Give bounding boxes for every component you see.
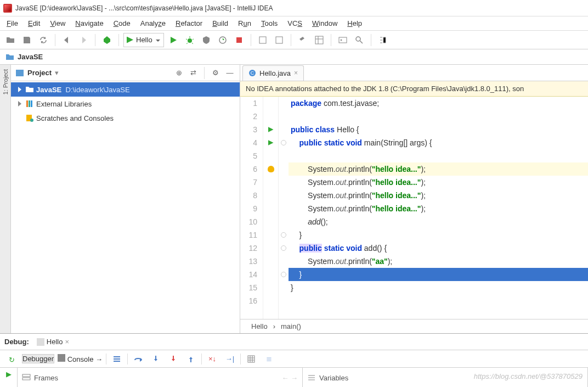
intention-bulb-icon[interactable] (263, 162, 278, 176)
update-button[interactable] (256, 33, 270, 47)
menu-refactor[interactable]: Refactor (171, 18, 207, 29)
run-anything-button[interactable] (336, 33, 350, 47)
menu-run[interactable]: Run (234, 18, 256, 29)
settings-gear-icon[interactable]: ⚙ (210, 68, 221, 78)
code-content[interactable]: package com.test.javase; public class He… (289, 97, 588, 319)
expand-button[interactable]: ⇄ (188, 68, 199, 78)
debug-toolbar: ↻ Debugger Console → ×↓ →| ≣ (0, 350, 588, 368)
menu-code[interactable]: Code (109, 18, 135, 29)
show-execution-button[interactable] (110, 352, 124, 366)
menu-window[interactable]: Window (308, 18, 342, 29)
library-icon (25, 99, 34, 108)
save-button[interactable] (20, 33, 34, 47)
code-editor[interactable]: 12345678910111213141516 (240, 97, 588, 319)
menu-view[interactable]: View (46, 18, 70, 29)
step-into-button[interactable] (149, 352, 163, 366)
search-button[interactable] (352, 33, 366, 47)
open-button[interactable] (3, 33, 18, 47)
resume-button[interactable]: ▶ (6, 370, 12, 378)
run-config-select[interactable]: Hello (123, 33, 164, 47)
stop-button[interactable] (232, 33, 246, 47)
frames-icon (22, 373, 31, 382)
crumb-method[interactable]: main() (281, 322, 301, 330)
force-step-into-button[interactable] (166, 352, 180, 366)
module-folder-icon (25, 85, 34, 94)
console-tab[interactable]: Console → (58, 354, 103, 363)
trace-button[interactable]: ≣ (262, 352, 276, 366)
svg-rect-5 (315, 36, 323, 44)
svg-rect-2 (236, 37, 242, 43)
svg-rect-11 (31, 100, 32, 107)
close-tab-button[interactable]: × (294, 69, 298, 77)
rerun-button[interactable]: ↻ (4, 353, 19, 367)
debug-side-buttons: ▶ (0, 368, 18, 387)
watermark: https://blog.csdn.net/@537870529 (474, 372, 583, 380)
project-tree[interactable]: JavaSE D:\ideawork\JavaSE External Libra… (11, 81, 240, 333)
menu-vcs[interactable]: VCS (283, 18, 307, 29)
svg-rect-16 (37, 338, 44, 346)
project-panel-header: Project ▾ ⊕ ⇄ ⚙ — (11, 65, 240, 81)
debug-run-tab[interactable]: Hello × (33, 336, 72, 347)
structure-button[interactable] (312, 33, 326, 47)
menu-build[interactable]: Build (208, 18, 233, 29)
tree-node-external-libs[interactable]: External Libraries (11, 97, 240, 111)
window-title: JavaSE [D:\ideawork\JavaSE] - ...\src\co… (15, 4, 273, 12)
step-out-button[interactable] (184, 352, 198, 366)
fold-marker[interactable] (279, 242, 289, 255)
editor-breadcrumb: Hello › main() (240, 319, 588, 333)
svg-rect-6 (339, 37, 347, 43)
svg-rect-9 (26, 100, 28, 107)
run-class-gutter-icon[interactable] (263, 123, 278, 136)
settings-button[interactable] (296, 33, 310, 47)
sync-button[interactable] (36, 33, 50, 47)
intellij-logo-icon (3, 4, 12, 13)
menu-tools[interactable]: Tools (257, 18, 282, 29)
run-to-cursor-button[interactable]: →| (223, 352, 237, 366)
frames-panel[interactable]: Frames ← → (18, 368, 303, 387)
fold-marker[interactable] (279, 228, 289, 242)
project-view-select[interactable]: Project (27, 69, 52, 77)
svg-rect-8 (16, 70, 24, 76)
back-button[interactable] (60, 33, 74, 47)
locate-button[interactable]: ⊕ (173, 68, 184, 78)
build-button[interactable] (100, 33, 114, 47)
fold-marker[interactable] (279, 268, 289, 281)
debug-tab-icon (37, 338, 44, 346)
variables-icon (307, 373, 316, 382)
coverage-button[interactable] (199, 33, 213, 47)
crumb-project[interactable]: JavaSE (18, 53, 43, 61)
arrow-right-icon (16, 100, 23, 107)
commit-button[interactable] (272, 33, 286, 47)
debugger-tab[interactable]: Debugger (22, 354, 54, 363)
fold-marker[interactable] (279, 136, 289, 149)
run-button[interactable] (166, 33, 180, 47)
menu-analyze[interactable]: Analyze (136, 18, 170, 29)
menu-file[interactable]: File (2, 18, 22, 29)
editor-warning-banner[interactable]: No IDEA annotations attached to the JDK … (240, 81, 588, 97)
menu-help[interactable]: Help (343, 18, 366, 29)
evaluate-button[interactable] (244, 352, 258, 366)
step-over-button[interactable] (131, 352, 145, 366)
tree-node-scratches[interactable]: Scratches and Consoles (11, 111, 240, 125)
debug-button[interactable] (183, 33, 197, 47)
menu-edit[interactable]: Edit (24, 18, 44, 29)
structure-toggle-button[interactable] (376, 33, 390, 47)
drop-frame-button[interactable]: ×↓ (205, 352, 219, 366)
debug-label: Debug: (4, 338, 29, 346)
hide-panel-button[interactable]: — (224, 68, 235, 78)
svg-rect-17 (58, 354, 65, 362)
profile-button[interactable] (216, 33, 230, 47)
editor-tab-hello[interactable]: C Hello.java × (242, 65, 304, 81)
forward-button[interactable] (76, 33, 91, 47)
menu-navigate[interactable]: Navigate (71, 18, 108, 29)
crumb-class[interactable]: Hello (251, 322, 268, 330)
editor-area: C Hello.java × No IDEA annotations attac… (240, 65, 588, 333)
run-method-gutter-icon[interactable] (263, 136, 278, 149)
project-side-tab[interactable]: 1: Project (0, 65, 11, 333)
svg-rect-19 (22, 374, 30, 377)
svg-rect-4 (276, 37, 282, 43)
gutter-icons (263, 97, 279, 319)
main-toolbar: Hello (0, 31, 588, 49)
breadcrumb: JavaSE (0, 49, 588, 65)
tree-node-javase[interactable]: JavaSE D:\ideawork\JavaSE (11, 82, 240, 97)
